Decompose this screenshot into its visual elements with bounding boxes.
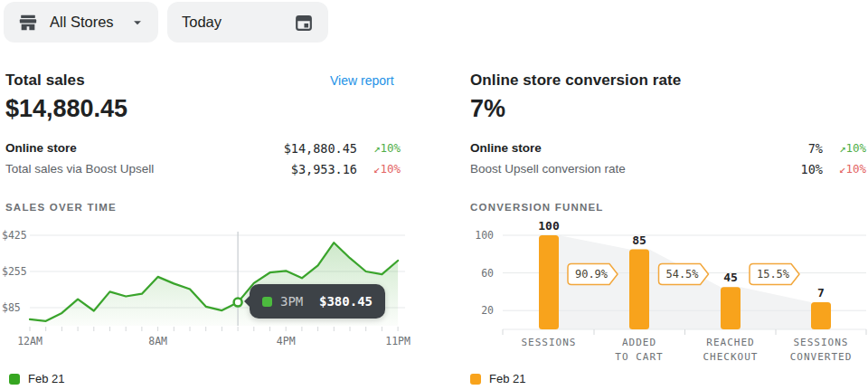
total-sales-metrics: Online store $14,880.45 ↗10% Total sales… [5,138,401,179]
bar-value-label: 85 [632,233,646,247]
conversion-funnel-heading: CONVERSION FUNNEL [470,202,604,213]
legend-swatch-orange [470,374,481,385]
category-label: CONVERTED [790,351,853,363]
funnel-chart[interactable]: 1006020100SESSIONS85ADDEDTO CART45REACHE… [470,214,868,369]
y-axis-label: $255 [2,265,27,278]
funnel-bar[interactable] [721,287,741,329]
conversion-rate-value: 7% [470,95,505,123]
tooltip-time: 3PM [280,294,303,309]
metric-row: Boost Upsell conversion rate 10% ↙10% [470,158,866,179]
y-axis-label: $425 [2,229,27,242]
metric-delta: ↙10% [357,162,401,176]
calendar-icon [294,13,314,33]
category-label: CHECKOUT [703,351,759,363]
y-axis-label: 20 [481,304,494,317]
legend-label: Feb 21 [28,372,64,385]
store-icon [18,13,38,33]
store-selector-label: All Stores [50,14,114,31]
metric-value: $3,953.16 [291,162,357,176]
hover-point-marker [234,299,242,307]
chart-tooltip: 3PM $380.45 [250,284,385,319]
x-axis-label: 12AM [17,335,42,347]
metric-label: Online store [470,141,808,155]
category-label: REACHED [706,337,754,348]
date-range-selector[interactable]: Today [167,2,328,43]
x-axis-label: 4PM [277,335,296,347]
total-sales-value: $14,880.45 [5,95,127,123]
metric-label: Total sales via Boost Upsell [5,162,291,176]
category-label: ADDED [622,337,656,348]
metric-value: $14,880.45 [284,141,357,156]
conversion-metrics: Online store 7% ↗10% Boost Upsell conver… [470,138,866,179]
tooltip-series-swatch [262,297,272,307]
sales-legend: Feb 21 [9,372,64,385]
conversion-rate-title: Online store conversion rate [470,71,681,90]
category-label: SESSIONS [522,337,577,348]
funnel-bar[interactable] [539,235,559,329]
sales-over-time-heading: SALES OVER TIME [5,202,117,213]
metric-value: 10% [801,162,823,176]
analytics-dashboard: All Stores Today Total sales View report… [0,0,868,390]
drop-rate-label: 15.5% [757,268,790,281]
x-axis-label: 8AM [148,335,167,347]
metric-label: Online store [5,141,284,155]
y-axis-label: 100 [475,229,494,242]
funnel-bar[interactable] [629,250,649,329]
drop-rate-label: 90.9% [575,268,609,281]
category-label: TO CART [615,351,663,363]
legend-label: Feb 21 [489,372,525,385]
metric-row: Online store 7% ↗10% [470,138,866,158]
bar-value-label: 7 [817,286,825,300]
y-axis-label: 60 [481,267,494,280]
tooltip-amount: $380.45 [319,294,373,309]
bar-value-label: 45 [723,271,738,284]
metric-label: Boost Upsell conversion rate [470,162,801,176]
legend-swatch-green [9,374,20,385]
x-axis-label: 11PM [385,335,410,347]
bar-value-label: 100 [538,219,560,233]
metric-delta: ↙10% [823,162,866,176]
metric-row: Total sales via Boost Upsell $3,953.16 ↙… [5,158,401,179]
view-report-link[interactable]: View report [330,73,394,88]
metric-delta: ↗10% [823,141,866,155]
store-selector[interactable]: All Stores [4,2,158,43]
metric-row: Online store $14,880.45 ↗10% [5,138,401,158]
date-range-label: Today [182,14,222,31]
category-label: SESSIONS [794,337,849,348]
metric-delta: ↗10% [357,141,401,155]
total-sales-title: Total sales [5,71,85,90]
drop-rate-label: 54.5% [665,268,699,281]
filter-bar: All Stores Today [4,2,328,43]
funnel-bar[interactable] [811,302,831,329]
metric-value: 7% [808,141,823,156]
chevron-down-icon [131,16,144,29]
funnel-legend: Feb 21 [470,372,525,385]
y-axis-label: $85 [2,301,21,314]
